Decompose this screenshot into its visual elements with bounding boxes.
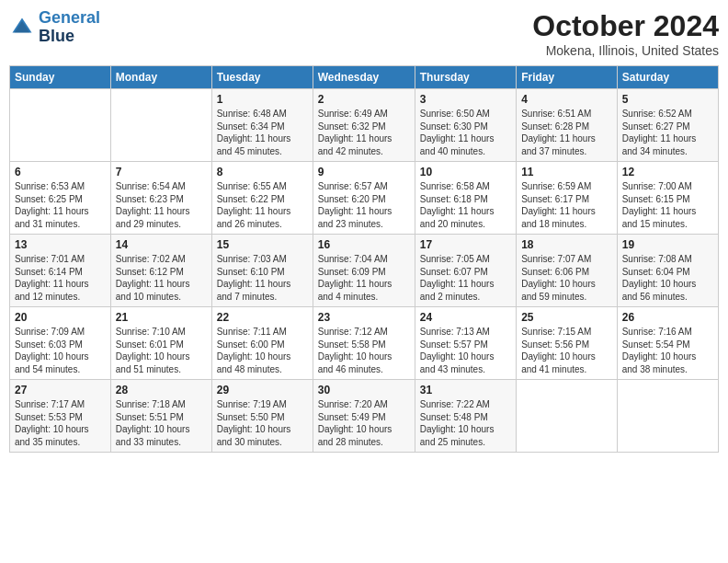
logo-text: General Blue: [39, 9, 100, 46]
day-detail: Sunrise: 6:57 AMSunset: 6:20 PMDaylight:…: [318, 180, 410, 230]
calendar-cell: 26Sunrise: 7:16 AMSunset: 5:54 PMDayligh…: [617, 307, 718, 380]
calendar-cell: 8Sunrise: 6:55 AMSunset: 6:22 PMDaylight…: [211, 162, 313, 235]
day-detail: Sunrise: 7:12 AMSunset: 5:58 PMDaylight:…: [318, 326, 410, 375]
day-detail: Sunrise: 6:48 AMSunset: 6:34 PMDaylight:…: [217, 108, 308, 157]
day-detail: Sunrise: 7:05 AMSunset: 6:07 PMDaylight:…: [420, 253, 511, 303]
day-number: 28: [116, 384, 207, 396]
day-number: 5: [622, 93, 713, 106]
day-detail: Sunrise: 7:20 AMSunset: 5:49 PMDaylight:…: [318, 398, 410, 448]
day-number: 16: [318, 238, 410, 251]
weekday-header-wednesday: Wednesday: [313, 66, 415, 89]
day-number: 1: [217, 93, 308, 106]
calendar-cell: 7Sunrise: 6:54 AMSunset: 6:23 PMDaylight…: [110, 162, 211, 235]
day-number: 20: [15, 311, 106, 324]
calendar-cell: [10, 89, 111, 162]
calendar-cell: 10Sunrise: 6:58 AMSunset: 6:18 PMDayligh…: [415, 162, 516, 235]
day-number: 4: [521, 93, 612, 106]
day-number: 18: [521, 238, 612, 251]
calendar-cell: 9Sunrise: 6:57 AMSunset: 6:20 PMDaylight…: [313, 162, 415, 235]
day-detail: Sunrise: 7:18 AMSunset: 5:51 PMDaylight:…: [116, 398, 207, 448]
calendar-cell: 2Sunrise: 6:49 AMSunset: 6:32 PMDaylight…: [313, 89, 415, 162]
calendar-cell: 14Sunrise: 7:02 AMSunset: 6:12 PMDayligh…: [110, 235, 211, 307]
calendar-table: SundayMondayTuesdayWednesdayThursdayFrid…: [9, 65, 719, 453]
day-number: 3: [420, 93, 511, 106]
day-number: 26: [622, 311, 713, 324]
day-number: 23: [318, 311, 410, 324]
day-detail: Sunrise: 6:58 AMSunset: 6:18 PMDaylight:…: [420, 180, 511, 230]
calendar-cell: 24Sunrise: 7:13 AMSunset: 5:57 PMDayligh…: [415, 307, 516, 380]
day-detail: Sunrise: 6:54 AMSunset: 6:23 PMDaylight:…: [116, 180, 207, 230]
day-number: 14: [116, 238, 207, 251]
day-number: 17: [420, 238, 511, 251]
location: Mokena, Illinois, United States: [532, 43, 719, 58]
day-detail: Sunrise: 7:02 AMSunset: 6:12 PMDaylight:…: [116, 253, 207, 303]
day-detail: Sunrise: 7:11 AMSunset: 6:00 PMDaylight:…: [217, 326, 308, 375]
calendar-cell: 28Sunrise: 7:18 AMSunset: 5:51 PMDayligh…: [110, 380, 211, 453]
day-detail: Sunrise: 7:09 AMSunset: 6:03 PMDaylight:…: [15, 326, 106, 375]
calendar-cell: 21Sunrise: 7:10 AMSunset: 6:01 PMDayligh…: [110, 307, 211, 380]
day-detail: Sunrise: 7:19 AMSunset: 5:50 PMDaylight:…: [217, 398, 308, 448]
logo: General Blue: [9, 9, 100, 46]
day-detail: Sunrise: 7:16 AMSunset: 5:54 PMDaylight:…: [622, 326, 713, 375]
title-block: October 2024 Mokena, Illinois, United St…: [532, 9, 719, 58]
calendar-cell: 19Sunrise: 7:08 AMSunset: 6:04 PMDayligh…: [617, 235, 718, 307]
day-detail: Sunrise: 7:03 AMSunset: 6:10 PMDaylight:…: [217, 253, 308, 303]
day-detail: Sunrise: 6:52 AMSunset: 6:27 PMDaylight:…: [622, 108, 713, 157]
calendar-cell: 4Sunrise: 6:51 AMSunset: 6:28 PMDaylight…: [517, 89, 618, 162]
day-detail: Sunrise: 7:15 AMSunset: 5:56 PMDaylight:…: [521, 326, 612, 375]
day-number: 15: [217, 238, 308, 251]
logo-icon: [9, 15, 35, 40]
page-header: General Blue October 2024 Mokena, Illino…: [9, 9, 719, 58]
day-detail: Sunrise: 6:53 AMSunset: 6:25 PMDaylight:…: [15, 180, 106, 230]
day-detail: Sunrise: 7:22 AMSunset: 5:48 PMDaylight:…: [420, 398, 511, 448]
day-number: 10: [420, 166, 511, 178]
day-detail: Sunrise: 7:13 AMSunset: 5:57 PMDaylight:…: [420, 326, 511, 375]
weekday-header-thursday: Thursday: [415, 66, 516, 89]
day-detail: Sunrise: 6:55 AMSunset: 6:22 PMDaylight:…: [217, 180, 308, 230]
calendar-cell: 29Sunrise: 7:19 AMSunset: 5:50 PMDayligh…: [211, 380, 313, 453]
calendar-cell: 16Sunrise: 7:04 AMSunset: 6:09 PMDayligh…: [313, 235, 415, 307]
day-detail: Sunrise: 7:08 AMSunset: 6:04 PMDaylight:…: [622, 253, 713, 303]
day-number: 9: [318, 166, 410, 178]
day-detail: Sunrise: 7:17 AMSunset: 5:53 PMDaylight:…: [15, 398, 106, 448]
calendar-cell: 15Sunrise: 7:03 AMSunset: 6:10 PMDayligh…: [211, 235, 313, 307]
calendar-cell: 12Sunrise: 7:00 AMSunset: 6:15 PMDayligh…: [617, 162, 718, 235]
calendar-cell: 11Sunrise: 6:59 AMSunset: 6:17 PMDayligh…: [517, 162, 618, 235]
calendar-cell: 22Sunrise: 7:11 AMSunset: 6:00 PMDayligh…: [211, 307, 313, 380]
day-number: 12: [622, 166, 713, 178]
day-number: 21: [116, 311, 207, 324]
day-number: 29: [217, 384, 308, 396]
day-number: 7: [116, 166, 207, 178]
weekday-header-tuesday: Tuesday: [211, 66, 313, 89]
calendar-cell: 18Sunrise: 7:07 AMSunset: 6:06 PMDayligh…: [517, 235, 618, 307]
calendar-cell: [110, 89, 211, 162]
month-title: October 2024: [532, 9, 719, 43]
day-detail: Sunrise: 6:51 AMSunset: 6:28 PMDaylight:…: [521, 108, 612, 157]
calendar-cell: 23Sunrise: 7:12 AMSunset: 5:58 PMDayligh…: [313, 307, 415, 380]
day-number: 8: [217, 166, 308, 178]
weekday-header-monday: Monday: [110, 66, 211, 89]
day-detail: Sunrise: 6:50 AMSunset: 6:30 PMDaylight:…: [420, 108, 511, 157]
day-detail: Sunrise: 7:07 AMSunset: 6:06 PMDaylight:…: [521, 253, 612, 303]
day-detail: Sunrise: 7:10 AMSunset: 6:01 PMDaylight:…: [116, 326, 207, 375]
calendar-cell: 17Sunrise: 7:05 AMSunset: 6:07 PMDayligh…: [415, 235, 516, 307]
calendar-cell: 30Sunrise: 7:20 AMSunset: 5:49 PMDayligh…: [313, 380, 415, 453]
calendar-cell: 20Sunrise: 7:09 AMSunset: 6:03 PMDayligh…: [10, 307, 111, 380]
calendar-cell: [517, 380, 618, 453]
day-number: 31: [420, 384, 511, 396]
day-number: 22: [217, 311, 308, 324]
day-number: 25: [521, 311, 612, 324]
calendar-cell: 27Sunrise: 7:17 AMSunset: 5:53 PMDayligh…: [10, 380, 111, 453]
day-detail: Sunrise: 7:00 AMSunset: 6:15 PMDaylight:…: [622, 180, 713, 230]
day-detail: Sunrise: 6:49 AMSunset: 6:32 PMDaylight:…: [318, 108, 410, 157]
day-number: 24: [420, 311, 511, 324]
calendar-cell: 13Sunrise: 7:01 AMSunset: 6:14 PMDayligh…: [10, 235, 111, 307]
calendar-cell: 1Sunrise: 6:48 AMSunset: 6:34 PMDaylight…: [211, 89, 313, 162]
calendar-cell: 31Sunrise: 7:22 AMSunset: 5:48 PMDayligh…: [415, 380, 516, 453]
weekday-header-saturday: Saturday: [617, 66, 718, 89]
day-number: 2: [318, 93, 410, 106]
calendar-cell: 6Sunrise: 6:53 AMSunset: 6:25 PMDaylight…: [10, 162, 111, 235]
weekday-header-friday: Friday: [517, 66, 618, 89]
calendar-cell: 3Sunrise: 6:50 AMSunset: 6:30 PMDaylight…: [415, 89, 516, 162]
day-number: 19: [622, 238, 713, 251]
